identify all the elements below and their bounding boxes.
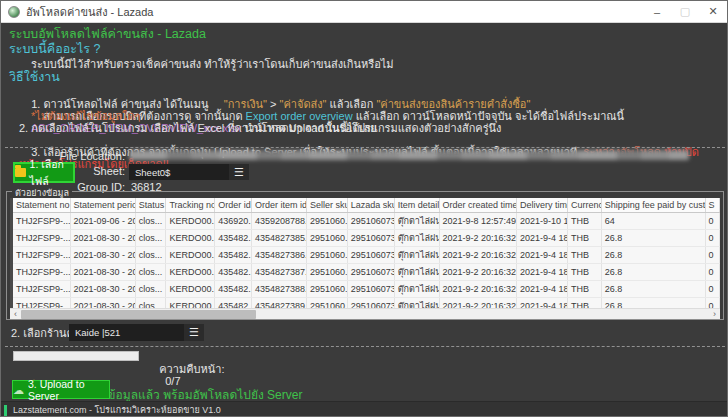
table-header-row: Statement noStatement periodStatusTracki… [13,198,720,213]
window-title: อัพโหลดค่าขนส่ง - Lazada [26,3,153,21]
table-cell: 2021-9-2 20:16:32 [439,247,516,264]
scroll-right-icon[interactable]: › [709,309,720,320]
minimize-icon[interactable]: – [643,1,671,22]
table-cell: 2951060... [307,213,348,230]
upload-button-label: 3. Upload to Server [28,378,109,402]
table-row[interactable]: THJ2FSP9-...2021-08-30 - 202...clos...KE… [13,247,720,264]
table-cell: clos... [135,230,166,247]
table-cell: KERDO00... [166,281,215,298]
table-cell: 2021-9-8 12:57:49 [439,213,516,230]
table-cell: THB [567,230,601,247]
table-row[interactable]: THJ2FSP9-...2021-08-30 - 202...clos...KE… [13,281,720,298]
column-header[interactable]: Statement no [13,198,70,213]
progress-bar [13,351,139,361]
column-header[interactable]: Order created time [439,198,516,213]
table-cell: 26.8 [601,247,705,264]
shop-menu-icon[interactable]: ☰ [184,324,204,341]
table-cell: 26.8 [601,230,705,247]
column-header[interactable]: Currency [567,198,601,213]
app-window: อัพโหลดค่าขนส่ง - Lazada – ▢ ✕ ระบบอัพโห… [0,0,728,417]
table-cell: 2951060... [307,264,348,281]
column-header[interactable]: Shipping fee paid by customer [601,198,705,213]
table-cell: 0 [705,281,719,298]
column-header[interactable]: Delivery time [517,198,568,213]
table-cell: 295106073... [347,230,394,247]
step1b-mid: แล้วเลือก ดาวน์โหลดหน้าปัจจุบัน จะได้ชื่… [353,110,628,122]
sheet-label: Sheet: [1,165,125,177]
table-cell: 2951060... [307,247,348,264]
table-cell: 2021-08-30 - 202... [70,281,135,298]
table-cell: 26.8 [601,281,705,298]
separator-bottom [5,346,725,347]
scroll-left-icon[interactable]: ‹ [10,309,21,320]
table-cell: 436920... [215,213,252,230]
horizontal-scrollbar[interactable]: ‹ › [10,308,720,319]
column-header[interactable]: Statement period [70,198,135,213]
column-header[interactable]: Order id [215,198,252,213]
cloud-upload-icon: ☁ [13,385,24,395]
page-title: ระบบอัพโหลดไฟล์ค่าขนส่ง - Lazada [9,28,206,40]
table-cell: 0 [705,264,719,281]
table-cell: 2021-09-06 - 202... [70,213,135,230]
upload-button[interactable]: ☁ 3. Upload to Server [12,380,110,399]
column-header[interactable]: Seller sku [307,198,348,213]
shop-select[interactable]: Kaide |521 ☰ [69,324,204,341]
sheet-menu-icon[interactable]: ☰ [229,164,249,180]
table-cell: 295106073... [347,247,394,264]
table-cell: ตุ๊กตาไล่ฝน... [394,264,439,281]
table-cell: THB [567,247,601,264]
table-cell: THJ2FSP9-... [13,230,70,247]
sheet-select[interactable]: Sheet0$ ☰ [129,164,249,180]
column-header[interactable]: S [705,198,719,213]
table-cell: 2021-9-4 18:... [517,281,568,298]
close-icon[interactable]: ✕ [699,1,727,22]
table-cell: 0 [705,230,719,247]
separator-top [5,147,725,148]
table-cell: 2021-9-4 18:... [517,247,568,264]
table-cell: 2021-9-4 18:... [517,264,568,281]
table-cell: 435482... [215,230,252,247]
scrollbar-thumb[interactable] [21,310,256,319]
table-cell: 4354827386... [252,247,307,264]
preview-table-wrap: Statement noStatement periodStatusTracki… [10,198,720,315]
table-cell: 435482... [215,247,252,264]
table-row[interactable]: THJ2FSP9-...2021-08-30 - 202...clos...KE… [13,264,720,281]
table-cell: THJ2FSP9-... [13,247,70,264]
shop-selected-value: Kaide |521 [69,327,184,338]
table-cell: 2021-9-2 20:16:32 [439,230,516,247]
table-cell: THB [567,213,601,230]
table-cell: 26.8 [601,264,705,281]
table-cell: 4354827385... [252,230,307,247]
table-cell: 4354827388... [252,281,307,298]
table-cell: clos... [135,247,166,264]
table-cell: ตุ๊กตาไล่ฝน... [394,213,439,230]
table-cell: 2021-9-2 20:16:32 [439,264,516,281]
what-is-heading: ระบบนี้คืออะไร ? [9,43,100,55]
table-cell: 4354827387... [252,264,307,281]
table-cell: 295106073... [347,281,394,298]
table-cell: 2021-9-10 1... [517,213,568,230]
table-row[interactable]: THJ2FSP9-...2021-08-30 - 202...clos...KE… [13,230,720,247]
sheet-selected-value: Sheet0$ [129,167,229,178]
table-cell: clos... [135,281,166,298]
column-header[interactable]: Lazada sku [347,198,394,213]
step2-line: 2. กดเลือกไฟล์ในโปรแกรม เลือกไฟล์ Excel … [19,122,501,134]
table-cell: KERDO00... [166,247,215,264]
column-header[interactable]: Order item id [252,198,307,213]
table-cell: 2951060... [307,230,348,247]
preview-groupbox: ตัวอย่างข้อมูล Statement noStatement per… [6,191,724,320]
titlebar: อัพโหลดค่าขนส่ง - Lazada – ▢ ✕ [1,1,727,23]
table-row[interactable]: THJ2FSP9-...2021-09-06 - 202...clos...KE… [13,213,720,230]
footer-text: Lazstatement.com - โปรแกรมวิเคราะห์ยอดขา… [13,403,221,417]
maximize-icon[interactable]: ▢ [671,1,699,22]
column-header[interactable]: Tracking no [166,198,215,213]
table-cell: 2021-08-30 - 202... [70,264,135,281]
table-cell: 4359208788... [252,213,307,230]
column-header[interactable]: Item details [394,198,439,213]
column-header[interactable]: Status [135,198,166,213]
table-cell: 435482... [215,264,252,281]
file-location-value-redacted [129,150,689,160]
step1-note: *ไม่ต้องแก้ไขข้อมูลใดๆ [31,110,141,122]
table-cell: 2021-08-30 - 202... [70,230,135,247]
table-cell: 2021-08-30 - 202... [70,247,135,264]
